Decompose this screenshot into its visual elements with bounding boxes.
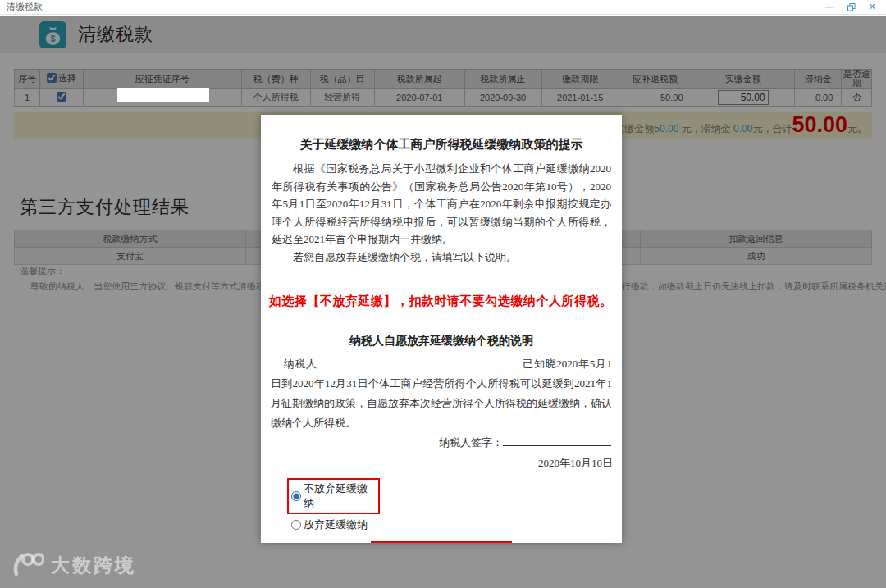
dashu-watermark: 大数跨境 <box>10 550 136 580</box>
window-title: 清缴税款 <box>0 1 43 13</box>
close-icon[interactable]: ✕ <box>869 2 876 11</box>
dialog-date: 2020年10月10日 <box>261 456 622 471</box>
minimize-icon[interactable]: — <box>825 2 834 11</box>
window-titlebar: 清缴税款 — ✕ <box>0 0 886 15</box>
signature-label: 纳税人签字： <box>439 436 503 449</box>
confirm-button-highlight: 确认 <box>371 541 512 543</box>
restore-icon[interactable] <box>847 3 856 11</box>
radio-keep-defer-input[interactable] <box>291 491 301 501</box>
signature-row: 纳税人签字： <box>261 435 622 450</box>
radio-keep-defer-label: 不放弃延缓缴纳 <box>304 481 376 511</box>
radio-waive-defer-label: 放弃延缓缴纳 <box>304 517 368 532</box>
statement-taxpayer-label: 纳税人 <box>284 358 317 370</box>
statement-paragraph: 纳税人已知晓2020年5月1日到2020年12月31日个体工商户经营所得个人所得… <box>271 354 612 433</box>
window-controls: — ✕ <box>825 2 886 11</box>
radio-waive-defer-input[interactable] <box>291 520 301 530</box>
statement-subtitle: 纳税人自愿放弃延缓缴纳个税的说明 <box>261 334 622 349</box>
statement-body: 已知晓2020年5月1日到2020年12月31日个体工商户经营所得个人所得税可以… <box>271 358 612 429</box>
radio-option-waive-defer[interactable]: 放弃延缓缴纳 <box>291 517 622 532</box>
app-window: 清缴税款 — ✕ $ 清缴税款 序号 <box>0 0 886 588</box>
dialog-paragraph-1: 根据《国家税务总局关于小型微利企业和个体工商户延缓缴纳2020年所得税有关事项的… <box>272 160 611 248</box>
watermark-text: 大数跨境 <box>51 553 136 578</box>
dialog-warning-text: 如选择【不放弃延缴】，扣款时请不要勾选缴纳个人所得税。 <box>269 294 614 309</box>
voucher-number-redaction <box>117 88 209 102</box>
defer-policy-dialog: 关于延缓缴纳个体工商户所得税延缓缴纳政策的提示 根据《国家税务总局关于小型微利企… <box>261 115 622 543</box>
dialog-title: 关于延缓缴纳个体工商户所得税延缓缴纳政策的提示 <box>261 137 622 153</box>
dashu-logo-icon <box>10 550 44 580</box>
signature-blank-line[interactable] <box>503 435 611 446</box>
radio-option-keep-defer[interactable]: 不放弃延缓缴纳 <box>287 478 380 514</box>
dialog-paragraph-2: 若您自愿放弃延缓缴纳个税，请填写以下说明。 <box>272 248 611 267</box>
